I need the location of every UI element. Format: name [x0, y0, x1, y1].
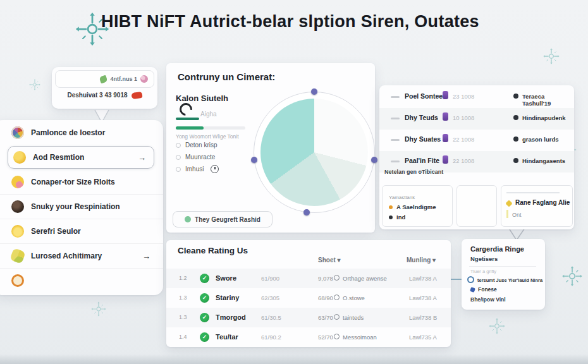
congerdia-caption: Tiuer a grifly	[470, 269, 496, 274]
sidebar-item-serefri[interactable]: Serefri Seulor	[0, 219, 163, 243]
pie-marker-dot	[303, 209, 310, 215]
legend-item: Ind	[389, 214, 405, 221]
roster-count: 23 1008	[453, 93, 474, 100]
sidebar-item-partial[interactable]	[0, 268, 163, 293]
status-dot-icon	[513, 158, 518, 163]
alert-subtext: Ont	[512, 212, 522, 218]
row-source: Orthage awense	[343, 275, 387, 282]
divider	[469, 266, 536, 267]
ratings-table: Cleane Rating Us Shoet ▾ Munling ▾ 1.2 ✓…	[166, 240, 451, 347]
alert-title: Rane Faglang Alie	[515, 199, 570, 206]
row-score1: 61/900	[261, 275, 279, 282]
sidebar-item-label: Pamlonce de loestor	[31, 128, 150, 137]
tooltip-line1: 4ntf.nus 1	[110, 76, 137, 82]
mini-box-empty	[456, 185, 497, 227]
table-row[interactable]: 1.3 ✓ Tmorgod 61/30.5 63/70 tainteds Law…	[166, 308, 451, 327]
row-score1: 62/305	[261, 294, 279, 301]
legend-label: Ind	[396, 214, 405, 221]
flower-icon	[140, 75, 148, 83]
row-score1: 61/90.2	[261, 334, 281, 341]
table-row[interactable]: 1.3 ✓ Stariny 62/305 68/90 O.stowe Lawl7…	[166, 288, 451, 308]
green-check-icon: ✓	[200, 274, 209, 283]
sparkle-icon	[91, 301, 106, 316]
bullet-item[interactable]: Muunracte	[176, 154, 215, 161]
bottom-vignette	[0, 354, 588, 364]
pie-marker-dot	[251, 157, 257, 163]
profile-subtitle: Aigha	[200, 111, 217, 118]
green-dot-icon	[185, 216, 191, 222]
roster-footnote: Netelan gen oTibicant	[384, 169, 443, 175]
sidebar-item-aod-resmtion[interactable]: Aod Resmtion →	[8, 146, 154, 169]
roster-status: Teraeca Tashull'19	[522, 93, 574, 107]
roster-status: Hindangasents	[522, 157, 565, 164]
arrow-right-icon: →	[138, 153, 146, 162]
progress-bar	[176, 126, 245, 130]
pie-wrap	[254, 92, 375, 213]
clock-icon	[211, 165, 219, 173]
row-index: 1.2	[179, 275, 187, 281]
avatar-swirl-icon	[177, 100, 195, 118]
arrow-right-icon: →	[142, 252, 150, 261]
tag-dash	[391, 161, 400, 162]
congerdia-item: Bhe/Ipow Vinl	[470, 296, 506, 303]
congerdia-subtitle: Ngetisers	[470, 255, 498, 262]
row-right-value: Lawl735 A	[409, 334, 437, 341]
panel-caption: Yong Woomort Wlige Tonit	[176, 133, 239, 140]
circle-bullet-icon	[176, 143, 181, 148]
row-index: 1.3	[179, 314, 187, 320]
roster-count: 22 1008	[453, 136, 474, 143]
row-source: Messoimoan	[343, 334, 377, 341]
tag-dash	[391, 118, 400, 119]
circle-bullet-icon	[176, 167, 181, 172]
roster-name: Poel Sonteed	[405, 92, 447, 100]
table-row[interactable]: 1.4 ✓ Teu/tar 61/90.2 52/70 Messoimoan L…	[166, 327, 451, 347]
geography-button-label: They Geugreft Rashid	[195, 216, 260, 223]
yellow-badge-icon	[11, 225, 24, 238]
tooltip-line2: Deshuivat 3 43 9018	[67, 92, 127, 99]
roster-row[interactable]: Dhy Teuds 10 1008 Hindinapudenk	[379, 108, 574, 130]
panel-title: Contruny un Cimerat:	[178, 71, 275, 82]
bullet-label: Imhusi	[185, 166, 204, 173]
sort-primary-dropdown[interactable]: Shoet ▾	[318, 257, 341, 264]
congerdia-title: Cargerdia Ringe	[470, 245, 524, 253]
row-source: O.stowe	[343, 294, 365, 301]
sparkle-icon	[489, 318, 505, 334]
sidebar-item-conapertor[interactable]: Conaper-tor Size Rloits	[0, 170, 163, 194]
sort-secondary-dropdown[interactable]: Munling ▾	[407, 257, 436, 264]
progress-fill	[176, 126, 204, 130]
yellow-diamond-icon	[505, 200, 512, 207]
roster-status: grason lurds	[522, 136, 559, 143]
green-underline	[176, 118, 199, 120]
row-score2: 68/90	[318, 294, 333, 301]
sidebar-item-pamlonce[interactable]: Pamlonce de loestor	[0, 121, 163, 145]
geography-button[interactable]: They Geugreft Rashid	[173, 211, 273, 228]
bullet-item[interactable]: Imhusi	[176, 165, 219, 173]
roster-row[interactable]: Dhy Suates 22 1008 grason lurds	[379, 130, 574, 151]
source-circle-icon	[334, 275, 340, 281]
row-index: 1.4	[179, 334, 187, 340]
status-dot-icon	[513, 136, 518, 142]
roster-count: 22 1008	[453, 157, 474, 164]
row-right-value: Lawl738 A	[409, 275, 437, 282]
pie-marker-dot	[371, 157, 377, 163]
yellow-bar-icon	[506, 210, 508, 218]
roster-row[interactable]: Poel Sonteed 23 1008 Teraeca Tashull'19	[379, 87, 574, 108]
purple-ribbon-icon	[443, 91, 448, 99]
roster-panel: Poel Sonteed 23 1008 Teraeca Tashull'19 …	[379, 85, 574, 229]
sidebar: Pamlonce de loestor Aod Resmtion → Conap…	[0, 120, 163, 295]
sidebar-item-lurosed[interactable]: Lurosed Achitimary →	[0, 243, 163, 268]
source-circle-icon	[334, 334, 340, 339]
roster-name: Dhy Suates	[405, 135, 441, 143]
status-dot-icon	[513, 115, 518, 120]
summary-panel: Contruny un Cimerat: Kalon Siutelh Aigha…	[166, 63, 375, 233]
row-score1: 61/30.5	[261, 314, 281, 321]
table-row[interactable]: 1.2 ✓ Swore 61/900 9,078 Orthage awense …	[166, 269, 451, 288]
sidebar-item-snuky[interactable]: Snuky your Respiniation	[0, 194, 163, 219]
mini-box-legend: Yamastlank A Saelndigme Ind	[382, 185, 453, 227]
bullet-item[interactable]: Deton krisp	[176, 142, 217, 149]
source-circle-icon	[334, 294, 340, 300]
sidebar-item-label: Serefri Seulor	[31, 227, 150, 236]
ratings-title: Cleane Rating Us	[178, 246, 248, 255]
roster-count: 10 1008	[453, 114, 474, 121]
dashboard-canvas: HIBT NiFT Autrict-belar slption Siren, O…	[0, 0, 588, 364]
